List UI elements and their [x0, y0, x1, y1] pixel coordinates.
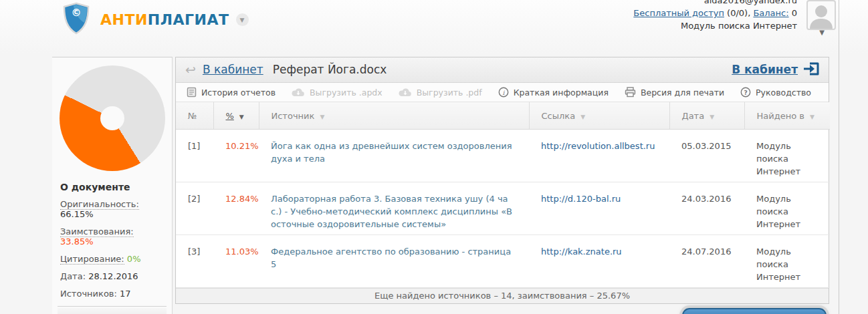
table-row: [1] 10.21% Йога как одна из древнейших с…	[176, 129, 830, 182]
exit-to-cabinet-icon[interactable]	[803, 61, 821, 79]
row-source-link[interactable]: http://kak.znate.ru	[541, 247, 622, 257]
shield-logo-icon: ©	[59, 1, 94, 38]
row-date: 05.03.2015	[669, 129, 744, 182]
col-number: №	[176, 102, 213, 129]
originality-label[interactable]: Оригинальность:	[60, 199, 139, 210]
row-source-title: Лабораторная работа 3. Базовая техника у…	[259, 182, 529, 234]
avatar[interactable]	[806, 0, 836, 30]
account-access-line: Бесплатный доступ (0/0), Баланс: 0	[516, 7, 797, 19]
balance-link[interactable]: Баланс:	[753, 8, 788, 18]
sort-arrow-icon[interactable]: ▼	[810, 114, 815, 120]
row-found-in: Модуль поиска Интернет	[744, 234, 830, 287]
sidebar-divider	[58, 306, 167, 307]
col-source[interactable]: Источник▼	[259, 102, 529, 129]
cabinet-link[interactable]: В кабинет	[732, 63, 798, 76]
row-date: 24.07.2016	[669, 234, 744, 287]
borrowed-label[interactable]: Заимствования:	[60, 226, 134, 237]
table-header-row: № %▼ Источник▼ Ссылка▼ Дата▼ Найдено в▼	[176, 102, 830, 129]
user-menu-chevron-down-icon[interactable]: ▼	[806, 30, 837, 35]
bottom-partial-button[interactable]	[682, 308, 827, 314]
row-found-in: Модуль поиска Интернет	[744, 129, 830, 182]
printer-icon	[625, 87, 636, 98]
back-arrow-icon[interactable]: ↩	[185, 62, 196, 77]
search-module-label: Модуль поиска Интернет	[516, 19, 797, 32]
report-panel: ↩ В кабинет Реферат Йога.docx В кабинет …	[175, 57, 829, 304]
user-menu[interactable]: ▼	[806, 0, 837, 35]
report-history-button[interactable]: История отчетов	[187, 87, 276, 98]
row-number: [2]	[176, 182, 213, 234]
app-logo[interactable]: © АНТИПЛАГИАТ ▼	[59, 1, 249, 38]
guide-button[interactable]: ? Руководство	[740, 87, 811, 98]
back-to-cabinet-link[interactable]: В кабинет	[203, 63, 263, 76]
export-apdx-button: Выгрузить .apdx	[292, 88, 383, 98]
svg-text:?: ?	[744, 90, 747, 96]
sort-arrow-icon[interactable]: ▼	[239, 114, 244, 120]
page-right-edge	[839, 0, 839, 314]
logo-wordmark: АНТИПЛАГИАТ	[100, 11, 229, 28]
help-icon: ?	[740, 87, 751, 98]
cloud-download-icon	[399, 88, 412, 97]
document-title: Реферат Йога.docx	[273, 63, 387, 76]
table-row: [2] 12.84% Лабораторная работа 3. Базова…	[176, 182, 830, 234]
col-link[interactable]: Ссылка▼	[529, 102, 669, 129]
row-percent: 10.21%	[213, 129, 259, 182]
sort-arrow-icon[interactable]: ▼	[580, 114, 585, 120]
logo-chevron-down-icon[interactable]: ▼	[236, 13, 249, 26]
more-sources-summary: Еще найдено источников – 14, заимствован…	[176, 288, 829, 303]
report-history-icon	[187, 87, 197, 98]
brief-info-button[interactable]: i Краткая информация	[498, 87, 609, 98]
stat-sources-count: Источников: 17	[60, 289, 164, 299]
row-date: 24.03.2016	[669, 182, 744, 234]
row-percent: 11.03%	[213, 234, 259, 287]
print-version-button[interactable]: Версия для печати	[625, 87, 724, 98]
row-source-link[interactable]: http://d.120-bal.ru	[541, 194, 621, 204]
sort-arrow-icon[interactable]: ▼	[710, 114, 714, 120]
report-toolbar: История отчетов Выгрузить .apdx Выгрузит…	[176, 83, 829, 103]
svg-text:i: i	[502, 90, 505, 96]
svg-text:©: ©	[72, 7, 82, 19]
citation-label[interactable]: Цитирование:	[60, 254, 124, 265]
free-access-link[interactable]: Бесплатный доступ	[633, 8, 724, 18]
row-found-in: Модуль поиска Интернет	[744, 182, 830, 234]
report-titlebar: ↩ В кабинет Реферат Йога.docx В кабинет	[176, 57, 829, 83]
col-found-in[interactable]: Найдено в▼	[744, 102, 830, 129]
sidebar-collapsed-section[interactable]	[58, 308, 167, 314]
info-icon: i	[498, 87, 509, 98]
cloud-download-icon	[292, 88, 305, 97]
about-document-title: О документе	[60, 182, 164, 192]
pie-hole	[100, 106, 124, 130]
account-info: aida2016@yandex.ru Бесплатный доступ (0/…	[516, 0, 797, 40]
row-source-title: Йога как одна из древнейших систем оздор…	[259, 129, 529, 182]
row-number: [3]	[176, 234, 213, 287]
row-source-title: Федеральное агентство по образованию - с…	[259, 234, 529, 287]
stat-borrowed: Заимствования: 33.85%	[60, 226, 164, 247]
sort-arrow-icon[interactable]: ▼	[320, 114, 324, 120]
row-source-link[interactable]: http://revolution.allbest.ru	[541, 141, 655, 151]
stat-originality: Оригинальность: 66.15%	[60, 199, 164, 219]
row-number: [1]	[176, 129, 213, 182]
table-row: [3] 11.03% Федеральное агентство по обра…	[176, 234, 830, 287]
col-date[interactable]: Дата▼	[669, 102, 744, 129]
stat-date: Дата: 28.12.2016	[60, 271, 164, 281]
account-email: aida2016@yandex.ru	[516, 0, 797, 7]
stat-citation: Цитирование: 0%	[60, 254, 164, 264]
sources-table: № %▼ Источник▼ Ссылка▼ Дата▼ Найдено в▼ …	[176, 102, 830, 288]
col-percent[interactable]: %▼	[213, 102, 259, 129]
document-sidebar: О документе Оригинальность: 66.15% Заимс…	[52, 57, 173, 314]
originality-pie-chart	[60, 65, 165, 171]
row-percent: 12.84%	[213, 182, 259, 234]
export-pdf-button: Выгрузить .pdf	[399, 88, 482, 98]
